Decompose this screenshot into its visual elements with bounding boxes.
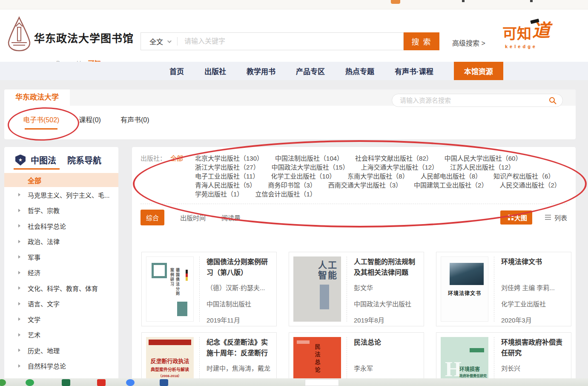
- book-card[interactable]: 民法总论 民法总论 李永军: [289, 332, 424, 382]
- view-list-button[interactable]: 列表: [545, 213, 567, 222]
- publisher-option[interactable]: 人民交通出版社（2）: [499, 181, 560, 190]
- search-button[interactable]: 搜 索: [404, 32, 439, 50]
- taskbar-icon[interactable]: [62, 379, 70, 386]
- taskbar-icon[interactable]: [160, 379, 168, 386]
- sidebar-category-item[interactable]: 政治、法律: [4, 234, 118, 250]
- sidebar-category-label: 军事: [28, 253, 40, 262]
- book-card[interactable]: 德国债法分则案例研习 德国债法分则案例研习（第八版） （德）汉斯·约瑟夫... …: [141, 252, 277, 326]
- search-scope-dropdown[interactable]: 全文: [141, 36, 177, 46]
- book-info: 纪念《反垄断法》实施十周年：反垄断行政... 时建中，焦海涛，戴龙: [200, 337, 272, 382]
- publisher-filter-label: 出版社：: [141, 154, 166, 163]
- publisher-option[interactable]: 上海交通大学出版社（12）: [361, 163, 438, 172]
- shield-star-icon: ★: [15, 155, 26, 166]
- sidebar-category-item[interactable]: 语言、文字: [4, 296, 118, 312]
- tab-ebooks[interactable]: 电子书(502): [23, 114, 59, 130]
- sort-comprehensive-button[interactable]: 综合: [141, 210, 164, 225]
- caret-right-icon: [18, 209, 20, 212]
- sidebar-category-item[interactable]: 文化、科学、教育、体育: [4, 280, 118, 296]
- publisher-filter-all[interactable]: 全部: [170, 154, 183, 163]
- sidebar-category-item[interactable]: 历史、地理: [4, 343, 118, 358]
- sidebar-category-item[interactable]: 艺术: [4, 327, 118, 343]
- chevron-down-icon: [167, 39, 172, 43]
- search-scope-value: 全文: [149, 36, 163, 46]
- book-author: 彭文华: [354, 283, 373, 292]
- book-publisher: 化学工业出版社: [501, 299, 546, 308]
- book-date: 2019年8月: [354, 315, 384, 324]
- book-card[interactable]: 环境法律文书 环境法律文书 刘佳娉 主编 李莉... 化学工业出版社 2020年…: [436, 252, 571, 326]
- publisher-option[interactable]: 中国政法大学出版社（15）: [272, 163, 349, 172]
- publisher-option[interactable]: 中国人民大学出版社（60）: [445, 154, 522, 163]
- sidebar-category-item[interactable]: 军事: [4, 249, 118, 265]
- sort-pubdate-link[interactable]: 出版时间: [180, 213, 206, 222]
- advanced-search-link[interactable]: 高级搜索 >: [452, 37, 485, 48]
- book-card[interactable]: 人工智能 人工智能的刑法规制及其相关法律问题 彭文华 中国政法大学出版社 201…: [289, 252, 424, 326]
- publisher-option[interactable]: 北京大学出版社（130）: [195, 154, 263, 163]
- book-title: 环境法律文书: [501, 256, 567, 267]
- publisher-options: 北京大学出版社（130）中国法制出版社（104）社会科学文献出版社（82）中国人…: [195, 154, 561, 199]
- view-toggle-group: 大图 列表: [500, 210, 567, 225]
- book-card[interactable]: 环境损害政府补偿责任研究 环境损害政府补偿责任研究 刘长兴: [436, 332, 571, 382]
- org-tab[interactable]: 华东政法大学: [4, 89, 70, 106]
- nav-item[interactable]: 热点专题: [345, 66, 374, 76]
- nav-item[interactable]: 产品专区: [296, 66, 325, 76]
- nav-item[interactable]: 出版社: [204, 66, 226, 76]
- sidebar-category-item[interactable]: 社会科学总论: [4, 218, 118, 234]
- taskbar-item[interactable]: [305, 379, 339, 386]
- publisher-option[interactable]: 化学工业出版社（10）: [271, 172, 336, 181]
- search-input[interactable]: [178, 37, 403, 45]
- sidebar-category-item[interactable]: 经济: [4, 265, 118, 281]
- publisher-filter: 出版社： 全部 北京大学出版社（130）中国法制出版社（104）社会科学文献出版…: [132, 147, 576, 199]
- tab-courses[interactable]: 课程(0): [79, 114, 101, 130]
- book-date: 2019年11月: [207, 315, 240, 324]
- publisher-option[interactable]: 立信会计出版社（1）: [255, 190, 316, 199]
- sidebar-category-item[interactable]: 哲学、宗教: [4, 203, 118, 219]
- taskbar-icon[interactable]: [126, 379, 135, 386]
- search-icon[interactable]: [549, 97, 556, 104]
- publisher-option[interactable]: 商务印书馆（3）: [268, 181, 316, 190]
- sidebar-category-label: 语言、文字: [28, 299, 60, 308]
- resource-search-input[interactable]: [392, 97, 549, 104]
- tab-department-nav[interactable]: 院系导航: [67, 154, 101, 166]
- tab-audiobooks[interactable]: 有声书(0): [120, 114, 149, 130]
- sidebar-category-label: 全部: [28, 175, 41, 185]
- view-large-button[interactable]: 大图: [500, 210, 532, 225]
- book-title: 德国债法分则案例研习（第八版）: [207, 256, 272, 278]
- nav-item[interactable]: 首页: [169, 66, 184, 76]
- caret-right-icon: [18, 317, 20, 321]
- caret-right-icon: [18, 349, 20, 352]
- publisher-option[interactable]: 社会科学文献出版社（82）: [355, 154, 433, 163]
- publisher-option[interactable]: 学苑出版社（1）: [195, 190, 243, 199]
- publisher-option[interactable]: 东南大学出版社（8）: [347, 172, 408, 181]
- publisher-option[interactable]: 浙江大学出版社（27）: [195, 163, 260, 172]
- publisher-option[interactable]: 人民邮电出版社（8）: [421, 172, 482, 181]
- publisher-option[interactable]: 中国法制出版社（104）: [275, 154, 343, 163]
- publisher-option[interactable]: 西南交通大学出版社（3）: [328, 181, 402, 190]
- nav-item[interactable]: 有声书·课程: [395, 66, 433, 76]
- publisher-row: 北京大学出版社（130）中国法制出版社（104）社会科学文献出版社（82）中国人…: [195, 154, 561, 163]
- sidebar-header: ★ 中图法 院系导航: [4, 147, 118, 173]
- nav-item[interactable]: 教学用书: [247, 66, 275, 76]
- publisher-option[interactable]: 电子工业出版社（11）: [195, 172, 259, 181]
- caret-right-icon: [18, 271, 20, 274]
- taskbar-icon[interactable]: [26, 379, 34, 386]
- book-card[interactable]: 反垄断行政执法典型案件分析与解读（2008-2018） 纪念《反垄断法》实施十周…: [141, 332, 277, 382]
- sidebar-category-item[interactable]: 全部: [4, 173, 118, 187]
- primary-nav: 首页出版社教学用书产品专区热点专题有声书·课程本馆资源: [0, 62, 588, 80]
- publisher-option[interactable]: 知识产权出版社（6）: [493, 172, 554, 181]
- sidebar-category-item[interactable]: 自然科学总论: [4, 358, 118, 374]
- sidebar-category-label: 艺术: [28, 330, 40, 339]
- taskbar-icon[interactable]: [97, 379, 106, 386]
- sort-reads-link[interactable]: 阅读量: [221, 213, 241, 222]
- nav-item[interactable]: 本馆资源: [454, 62, 503, 80]
- tab-clc-classification[interactable]: 中图法: [31, 154, 56, 166]
- publisher-option[interactable]: 中国建筑工业出版社（2）: [414, 181, 488, 190]
- site-header: 华东政法大学图书馆 Powered by 可知 全文 搜 索 高级搜索 > 可知…: [0, 9, 588, 62]
- taskbar-icon[interactable]: [0, 379, 6, 386]
- sidebar-category-item[interactable]: 马克思主义、列宁主义、毛...: [4, 187, 118, 203]
- publisher-option[interactable]: 江苏人民出版社（12）: [450, 163, 515, 172]
- book-cover-text: 环境法律文书: [441, 289, 488, 297]
- sidebar-category-label: 历史、地理: [28, 346, 60, 355]
- publisher-option[interactable]: 青海人民出版社（5）: [195, 181, 256, 190]
- sidebar-category-item[interactable]: 文学: [4, 311, 118, 327]
- view-large-label: 大图: [514, 213, 527, 222]
